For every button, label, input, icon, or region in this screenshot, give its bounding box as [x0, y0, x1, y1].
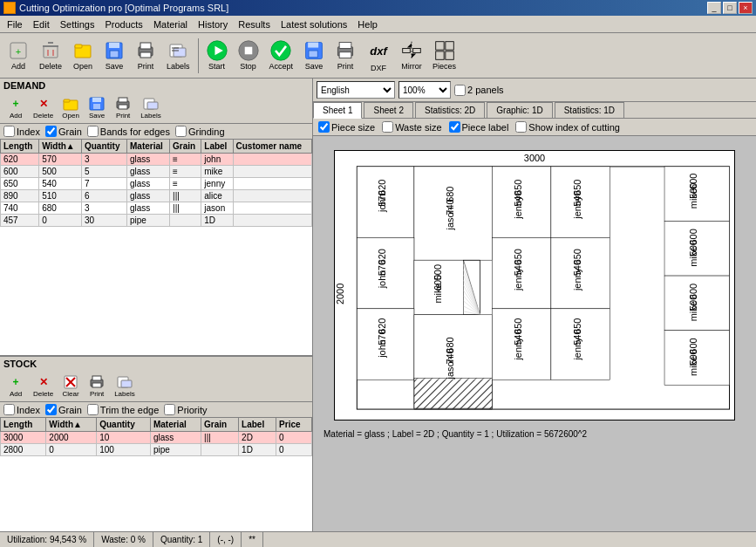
piece-label-checkbox[interactable]: [449, 121, 460, 133]
tab-stats-1d[interactable]: Statistics: 1D: [555, 102, 624, 118]
stock-col-grain[interactable]: Grain: [201, 418, 239, 432]
demand-row[interactable]: 6505407glass≡jenny: [1, 178, 312, 190]
print2-button[interactable]: Print: [330, 38, 360, 73]
svg-rect-34: [413, 48, 421, 52]
maximize-button[interactable]: □: [723, 2, 737, 14]
close-button[interactable]: ×: [739, 2, 753, 14]
col-grain[interactable]: Grain: [170, 140, 201, 154]
demand-row[interactable]: 457030pipe1D: [1, 215, 312, 227]
stock-priority-checkbox[interactable]: [164, 404, 175, 415]
menu-edit[interactable]: Edit: [28, 17, 55, 31]
stock-priority-option[interactable]: Priority: [164, 404, 207, 415]
stock-col-width[interactable]: Width▲: [46, 418, 97, 432]
save-button[interactable]: Save: [99, 38, 129, 73]
demand-print-button[interactable]: Print: [111, 94, 135, 121]
minimize-button[interactable]: _: [707, 2, 721, 14]
demand-table-container[interactable]: Length Width▲ Quantity Material Grain La…: [0, 139, 312, 355]
piece-size-option[interactable]: Piece size: [318, 121, 375, 133]
language-select[interactable]: English: [317, 81, 395, 99]
stock-row[interactable]: 28000100pipe1D0: [1, 444, 312, 456]
save2-button[interactable]: Save: [299, 38, 329, 73]
menu-settings[interactable]: Settings: [55, 17, 100, 31]
piece-label-option[interactable]: Piece label: [449, 121, 509, 133]
sheet-view[interactable]: 3000 2000 570 620 john 740: [313, 136, 756, 531]
demand-open-button[interactable]: Open: [58, 94, 83, 121]
mirror-button[interactable]: Mirror: [397, 38, 426, 73]
print-button[interactable]: Print: [131, 38, 160, 73]
waste-size-checkbox[interactable]: [382, 121, 393, 133]
menu-history[interactable]: History: [193, 17, 233, 31]
menu-products[interactable]: Products: [99, 17, 147, 31]
menu-help[interactable]: Help: [352, 17, 383, 31]
demand-row[interactable]: 7406803glass|||jason: [1, 202, 312, 215]
svg-rect-11: [110, 51, 119, 58]
start-button[interactable]: Start: [202, 38, 232, 73]
dxf-button[interactable]: dxf DXF: [362, 36, 395, 75]
col-quantity[interactable]: Quantity: [81, 140, 126, 154]
zoom-select[interactable]: 100%: [398, 81, 451, 99]
left-panel: DEMAND + Add ✕ Delete Open Save: [0, 79, 313, 531]
col-label[interactable]: Label: [201, 140, 233, 154]
stock-trim-option[interactable]: Trim the edge: [87, 404, 159, 415]
demand-row[interactable]: 8905106glass|||alice: [1, 190, 312, 202]
two-panel-option[interactable]: 2 panels: [454, 85, 504, 96]
stock-add-button[interactable]: + Add: [3, 373, 28, 400]
demand-labels-button[interactable]: Labels: [137, 94, 165, 121]
labels-button[interactable]: Labels: [162, 38, 194, 73]
col-material[interactable]: Material: [127, 140, 170, 154]
tab-sheet1[interactable]: Sheet 1: [313, 102, 362, 119]
demand-index-checkbox[interactable]: [3, 126, 15, 137]
stock-trim-checkbox[interactable]: [87, 404, 99, 415]
menu-material[interactable]: Material: [148, 17, 193, 31]
demand-grain-option[interactable]: Grain: [45, 126, 82, 137]
waste-size-option[interactable]: Waste size: [382, 121, 441, 133]
stock-delete-button[interactable]: ✕ Delete: [30, 373, 57, 400]
stock-clear-button[interactable]: Clear: [58, 373, 83, 400]
accept-button[interactable]: Accept: [265, 38, 298, 73]
demand-grinding-option[interactable]: Grinding: [175, 126, 225, 137]
demand-grinding-checkbox[interactable]: [175, 126, 187, 137]
col-width[interactable]: Width▲: [39, 140, 82, 154]
stock-index-checkbox[interactable]: [3, 404, 15, 415]
tab-graphic-1d[interactable]: Graphic: 1D: [487, 102, 552, 118]
demand-add-button[interactable]: + Add: [3, 94, 28, 121]
stock-col-length[interactable]: Length: [1, 418, 46, 432]
delete-button[interactable]: Delete: [35, 38, 66, 73]
stock-print-button[interactable]: Print: [85, 373, 109, 400]
stock-col-price[interactable]: Price: [276, 418, 312, 432]
tab-sheet2[interactable]: Sheet 2: [364, 102, 412, 118]
menu-latest-solutions[interactable]: Latest solutions: [276, 17, 352, 31]
demand-row[interactable]: 6205703glass≡john: [1, 154, 312, 166]
stock-row[interactable]: 3000200010glass|||2D0: [1, 432, 312, 444]
svg-rect-40: [64, 99, 70, 102]
stop-button[interactable]: Stop: [234, 38, 263, 73]
demand-bands-option[interactable]: Bands for edges: [87, 126, 170, 137]
show-index-checkbox[interactable]: [515, 121, 527, 133]
pieces-button[interactable]: Pieces: [428, 38, 460, 73]
demand-save-button[interactable]: Save: [85, 94, 109, 121]
demand-index-option[interactable]: Index: [3, 126, 40, 137]
add-demand-button[interactable]: + Add: [3, 38, 33, 73]
stock-col-material[interactable]: Material: [150, 418, 201, 432]
window-controls[interactable]: _ □ ×: [707, 2, 753, 14]
stock-grain-checkbox[interactable]: [45, 404, 57, 415]
stock-index-option[interactable]: Index: [3, 404, 40, 415]
stock-labels-button[interactable]: Labels: [111, 373, 139, 400]
stock-col-quantity[interactable]: Quantity: [97, 418, 151, 432]
open-button[interactable]: Open: [68, 38, 98, 73]
demand-row[interactable]: 6005005glass≡mike: [1, 166, 312, 178]
two-panel-checkbox[interactable]: [454, 85, 466, 96]
menu-results[interactable]: Results: [233, 17, 276, 31]
tab-stats-2d[interactable]: Statistics: 2D: [415, 102, 485, 118]
demand-delete-button[interactable]: ✕ Delete: [30, 94, 57, 121]
col-customer[interactable]: Customer name: [233, 140, 311, 154]
stock-grain-option[interactable]: Grain: [45, 404, 82, 415]
menu-file[interactable]: File: [2, 17, 28, 31]
stock-col-label[interactable]: Label: [239, 418, 276, 432]
col-length[interactable]: Length: [1, 140, 39, 154]
piece-size-checkbox[interactable]: [318, 121, 330, 133]
stock-table-container[interactable]: Length Width▲ Quantity Material Grain La…: [0, 417, 312, 531]
demand-grain-checkbox[interactable]: [45, 126, 57, 137]
show-index-option[interactable]: Show index of cutting: [515, 121, 620, 133]
demand-bands-checkbox[interactable]: [87, 126, 99, 137]
